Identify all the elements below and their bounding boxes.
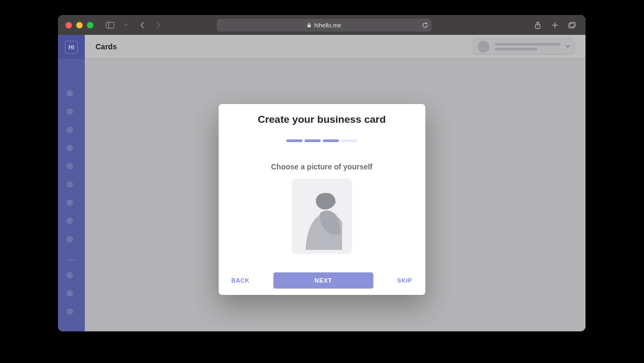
- account-name-placeholder: [495, 43, 560, 50]
- modal-subtitle: Choose a picture of yourself: [271, 162, 372, 171]
- share-button[interactable]: [532, 19, 544, 31]
- sidebar: Hi: [58, 35, 85, 331]
- tab-dropdown-icon[interactable]: [120, 19, 132, 31]
- progress-step: [287, 139, 303, 142]
- progress-step: [323, 139, 339, 142]
- sidebar-item[interactable]: [67, 181, 73, 188]
- skip-button[interactable]: SKIP: [393, 274, 416, 287]
- sidebar-item[interactable]: [67, 272, 73, 278]
- back-button[interactable]: BACK: [227, 274, 254, 287]
- window-controls: [65, 22, 93, 28]
- avatar: [478, 41, 489, 53]
- onboarding-modal: Create your business card Choose a pictu…: [218, 104, 425, 295]
- modal-title: Create your business card: [258, 114, 386, 125]
- address-bar[interactable]: hihello.me: [217, 19, 431, 32]
- sidebar-item[interactable]: [67, 199, 73, 206]
- picture-upload-placeholder[interactable]: [292, 179, 352, 254]
- browser-window: hihello.me Hi: [58, 15, 586, 331]
- sidebar-nav: [67, 90, 76, 315]
- window-zoom-button[interactable]: [87, 22, 93, 28]
- svg-rect-2: [308, 25, 311, 27]
- window-close-button[interactable]: [65, 22, 72, 28]
- sidebar-item[interactable]: [67, 145, 73, 151]
- sidebar-item[interactable]: [67, 127, 73, 133]
- page-title: Cards: [96, 42, 117, 51]
- sidebar-item[interactable]: [67, 218, 73, 224]
- sidebar-item[interactable]: [67, 163, 73, 169]
- next-button[interactable]: NEXT: [274, 272, 374, 288]
- sidebar-item[interactable]: [67, 236, 73, 242]
- progress-step: [341, 139, 357, 142]
- svg-rect-0: [106, 22, 114, 28]
- tab-overview-button[interactable]: [566, 19, 578, 31]
- chevron-down-icon: [566, 45, 570, 48]
- reload-icon[interactable]: [422, 22, 428, 28]
- sidebar-item[interactable]: [67, 308, 73, 315]
- browser-titlebar: hihello.me: [58, 15, 586, 35]
- svg-rect-4: [569, 23, 574, 28]
- nav-back-button[interactable]: [136, 19, 148, 31]
- app-logo[interactable]: Hi: [58, 35, 85, 59]
- modal-actions: BACK NEXT SKIP: [225, 272, 419, 288]
- sidebar-item[interactable]: [67, 90, 73, 97]
- lock-icon: [307, 23, 311, 28]
- progress-step: [305, 139, 321, 142]
- sidebar-item[interactable]: [67, 108, 73, 115]
- window-minimize-button[interactable]: [76, 22, 83, 28]
- person-silhouette-icon: [295, 182, 349, 250]
- new-tab-button[interactable]: [549, 19, 561, 31]
- sidebar-divider: [67, 260, 76, 260]
- sidebar-toggle-button[interactable]: [104, 19, 116, 31]
- svg-rect-5: [570, 22, 575, 27]
- nav-forward-button[interactable]: [152, 19, 164, 31]
- address-bar-host: hihello.me: [314, 22, 341, 28]
- sidebar-item[interactable]: [67, 290, 73, 297]
- topbar: Cards: [85, 35, 586, 59]
- account-menu[interactable]: [473, 39, 575, 55]
- app-logo-text: Hi: [69, 44, 75, 50]
- progress-indicator: [287, 139, 357, 142]
